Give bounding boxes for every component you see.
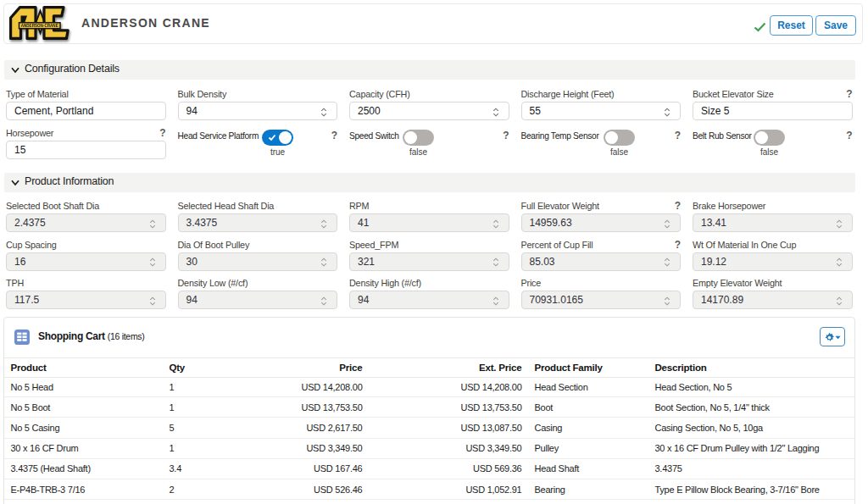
- svg-text:ANDERSON-CRANE: ANDERSON-CRANE: [21, 25, 58, 29]
